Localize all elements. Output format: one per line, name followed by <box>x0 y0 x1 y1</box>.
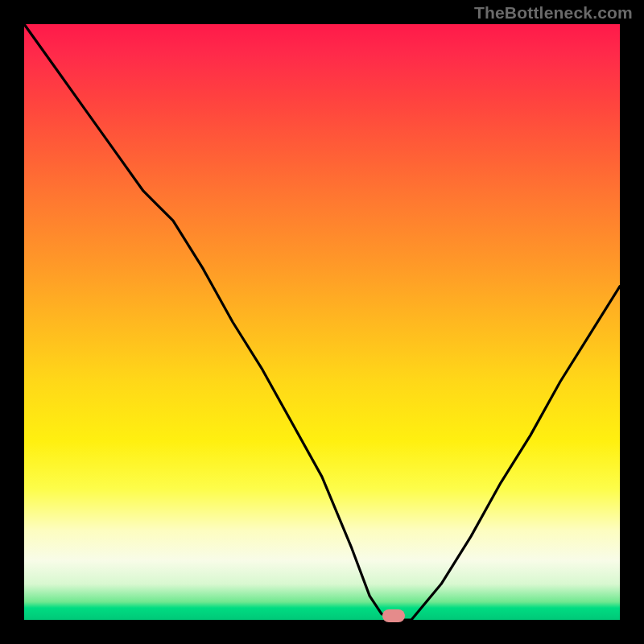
chart-container: TheBottleneck.com <box>0 0 644 644</box>
bottleneck-marker <box>382 609 405 622</box>
watermark-text: TheBottleneck.com <box>474 3 633 23</box>
bottleneck-curve <box>24 24 620 620</box>
